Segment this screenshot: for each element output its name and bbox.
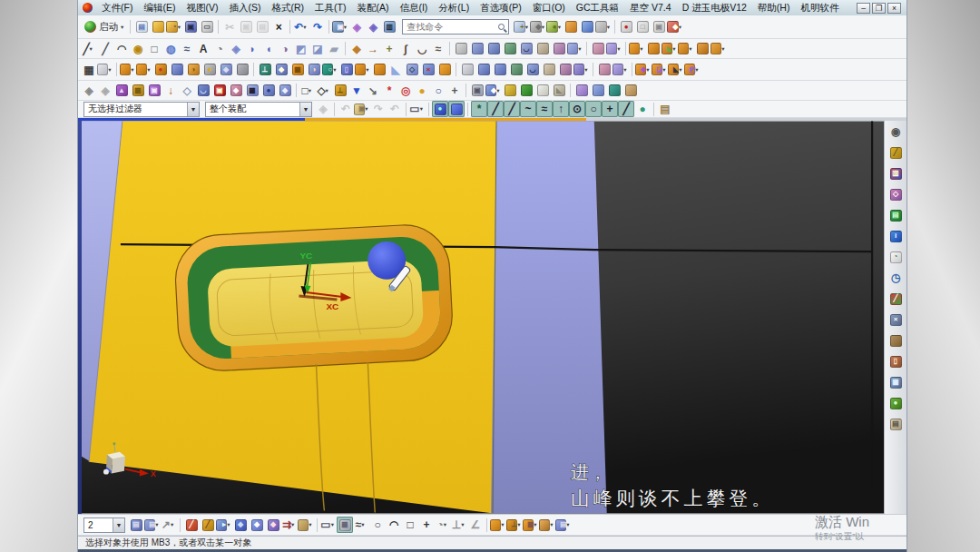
diamond-tri-icon[interactable]: ◆ bbox=[265, 517, 281, 533]
layer-combo[interactable]: 2 ▼ bbox=[83, 518, 125, 533]
sheet-icon[interactable] bbox=[453, 41, 469, 57]
fit-view-icon[interactable]: +▾ bbox=[514, 19, 530, 35]
snap-circle-icon[interactable]: ○ bbox=[585, 101, 602, 117]
assembly-tree-icon[interactable]: ◇ bbox=[887, 186, 904, 202]
clipboard-icon[interactable]: ▤ bbox=[657, 101, 673, 117]
chevron-down-icon[interactable]: ▾ bbox=[695, 66, 701, 74]
calculator-icon[interactable]: ▦ bbox=[887, 374, 904, 390]
combine-icon[interactable]: → bbox=[365, 41, 381, 57]
menu-item[interactable]: 装配(A) bbox=[351, 1, 394, 14]
sheet-body2-icon[interactable] bbox=[492, 62, 508, 78]
thicken-icon[interactable]: ▾ bbox=[629, 41, 645, 57]
purple-box-icon[interactable]: ▣ bbox=[146, 83, 162, 99]
curve-c-icon[interactable]: ◖ bbox=[260, 41, 277, 57]
trim-icon[interactable]: ◇ bbox=[404, 62, 420, 78]
curve-d-icon[interactable]: ◗ bbox=[244, 41, 260, 57]
helix-icon[interactable]: ◔ bbox=[211, 41, 228, 57]
point-set-icon[interactable]: ◈ bbox=[228, 41, 244, 57]
shaded-view-icon[interactable]: ◆▾ bbox=[530, 19, 546, 35]
person-window-icon[interactable]: ▯ bbox=[887, 353, 904, 370]
cone-tool-icon[interactable]: ◆ bbox=[228, 83, 244, 99]
chevron-down-icon[interactable]: ▾ bbox=[326, 87, 331, 94]
chevron-down-icon[interactable]: ▾ bbox=[108, 66, 113, 74]
ruled-icon[interactable] bbox=[469, 41, 485, 57]
prev-selection-icon[interactable]: ↶ bbox=[338, 101, 354, 117]
hook-icon[interactable]: ↓ bbox=[162, 83, 179, 99]
anchor-icon[interactable]: ◡ bbox=[195, 83, 211, 99]
menu-item[interactable]: 文件(F) bbox=[96, 1, 138, 14]
enlarge-icon[interactable]: ▾ bbox=[612, 62, 629, 78]
search-input[interactable] bbox=[407, 22, 498, 32]
info-icon[interactable]: i bbox=[887, 228, 904, 244]
layer-stack-icon[interactable]: ▤ bbox=[128, 517, 144, 533]
box-3d-icon[interactable]: ▾ bbox=[490, 517, 506, 533]
plane-tool-icon[interactable]: ▭▾ bbox=[320, 517, 337, 533]
gold-ball-icon[interactable]: ● bbox=[414, 83, 430, 99]
sketch-icon[interactable]: ▦ bbox=[81, 62, 97, 78]
right-side-face[interactable] bbox=[491, 121, 607, 513]
cylinder-icon[interactable] bbox=[169, 62, 185, 78]
doc-preview-icon[interactable]: ◔ bbox=[887, 249, 904, 265]
cube-3d-icon[interactable]: ▦▾ bbox=[523, 517, 539, 533]
chevron-down-icon[interactable]: ▾ bbox=[171, 521, 176, 528]
snap-arrow-icon[interactable]: ↑ bbox=[553, 101, 569, 117]
bounded-icon[interactable] bbox=[551, 41, 567, 57]
clock-icon[interactable]: ◷ bbox=[887, 270, 904, 286]
chevron-down-icon[interactable]: ▾ bbox=[303, 24, 309, 31]
delete-face-icon[interactable]: × bbox=[420, 62, 436, 78]
chamfer-icon[interactable] bbox=[371, 62, 387, 78]
sweep-icon[interactable] bbox=[557, 62, 573, 78]
menu-item[interactable]: GC工具箱 bbox=[571, 1, 624, 14]
chevron-down-icon[interactable]: ▾ bbox=[444, 521, 449, 528]
diamond-blue-icon[interactable]: ◆ bbox=[232, 517, 249, 533]
bell-icon[interactable]: ◣ bbox=[551, 83, 567, 99]
measure-icon[interactable]: ⇉▾ bbox=[281, 517, 298, 533]
sew-body-icon[interactable]: ▾ bbox=[573, 62, 590, 78]
background-icon[interactable]: ▾ bbox=[595, 19, 612, 35]
balloon-icon[interactable]: ● bbox=[887, 395, 904, 411]
extrude-icon[interactable]: ▾ bbox=[120, 62, 136, 78]
arc-sketch-icon[interactable]: ◠ bbox=[386, 517, 402, 533]
snap-slash-icon[interactable]: ╱ bbox=[618, 101, 634, 117]
mirror-feature-icon[interactable]: ◑ bbox=[306, 62, 322, 78]
circle-sketch-icon[interactable]: ○ bbox=[369, 517, 386, 533]
circle-target-icon[interactable]: ◎ bbox=[397, 83, 414, 99]
display-window-icon[interactable]: ▣▾ bbox=[332, 19, 348, 35]
gem-icon[interactable]: ◇ bbox=[179, 83, 195, 99]
chevron-down-icon[interactable]: ▼ bbox=[187, 103, 199, 116]
notes-list-icon[interactable]: ▤ bbox=[887, 416, 904, 432]
datum-tool-icon[interactable]: ▲ bbox=[113, 83, 130, 99]
crown-tool-icon[interactable]: ▦ bbox=[130, 83, 146, 99]
x-form-icon[interactable] bbox=[541, 62, 557, 78]
n-sided-icon[interactable] bbox=[534, 41, 551, 57]
show-hide-icon[interactable] bbox=[563, 19, 579, 35]
cut-icon[interactable]: ✂ bbox=[221, 19, 238, 35]
purple-sheet-icon[interactable] bbox=[573, 83, 590, 99]
datum-csys-icon[interactable]: ⊥ bbox=[257, 62, 273, 78]
menu-item[interactable]: 星空 V7.4 bbox=[624, 1, 677, 14]
bridge-curve-icon[interactable]: ◡ bbox=[414, 41, 430, 57]
sew-icon[interactable]: ▾ bbox=[606, 41, 622, 57]
trim-body-icon[interactable]: ◣▾ bbox=[662, 41, 678, 57]
highlight-ball-icon[interactable]: ● bbox=[432, 101, 448, 117]
mesh-surface-icon[interactable] bbox=[508, 62, 524, 78]
chevron-down-icon[interactable]: ▾ bbox=[461, 521, 466, 528]
line-icon[interactable]: ╱▾ bbox=[81, 41, 97, 57]
highlight-cube-icon[interactable] bbox=[448, 101, 465, 117]
hole-icon[interactable] bbox=[234, 62, 250, 78]
green-box-icon[interactable] bbox=[518, 83, 534, 99]
delete-icon[interactable]: × bbox=[270, 19, 287, 35]
layer-stack2-icon[interactable]: ▤▾ bbox=[144, 517, 161, 533]
pad-icon[interactable]: ◆ bbox=[273, 62, 289, 78]
chevron-down-icon[interactable]: ▾ bbox=[721, 45, 727, 53]
offset-curve-icon[interactable]: ▰ bbox=[326, 41, 342, 57]
brush-tool-icon[interactable]: ╱ bbox=[200, 517, 216, 533]
undo-selection-icon[interactable]: ↶ bbox=[387, 101, 403, 117]
geometry-link-icon[interactable]: ◈ bbox=[97, 83, 113, 99]
selection-scope-combo[interactable]: 整个装配 ▼ bbox=[205, 102, 312, 117]
movie-filter-icon[interactable]: ▥ bbox=[887, 165, 904, 182]
project-curve-icon[interactable]: ◆ bbox=[348, 41, 365, 57]
snap-midpoint-icon[interactable]: ╱ bbox=[504, 101, 520, 117]
transition-icon[interactable]: ▾ bbox=[567, 41, 583, 57]
swept-icon[interactable]: ◡ bbox=[518, 41, 534, 57]
